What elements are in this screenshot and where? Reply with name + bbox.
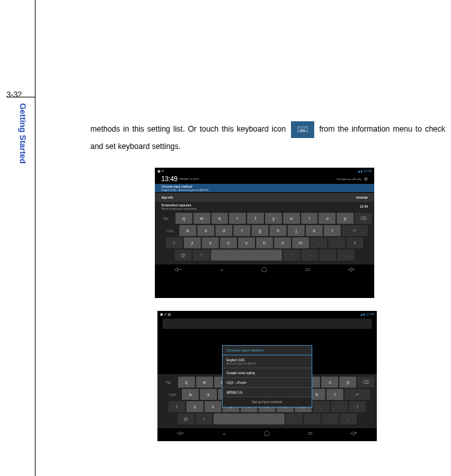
section-title: Getting Started [18, 103, 28, 164]
option-english[interactable]: English (US) Android keyboard (AOSP) [223, 355, 312, 368]
key-o[interactable]: o [319, 213, 336, 224]
status-bar-1: ▣ ↗ ◢ ▮ 13:49 [155, 168, 374, 174]
shift-key-r[interactable]: ⇧ [346, 237, 363, 248]
nav-bar-1: ◁─ ⌄ ◯ ▭ ◁+ [155, 264, 374, 273]
key-colon[interactable]: : [319, 250, 336, 261]
key-g[interactable]: g [252, 225, 268, 236]
key-j[interactable]: j [288, 225, 305, 236]
svg-point-5 [306, 127, 306, 128]
shift-key-l[interactable]: ⇧ [166, 237, 183, 248]
key-c[interactable]: c [220, 237, 237, 248]
notification-panel-1: 13:49 FRIDAY 11.2013 Emergency calls onl… [155, 174, 374, 210]
screenshot-1: ▣ ↗ ◢ ▮ 13:49 13:49 FRIDAY 11.2013 Emerg… [155, 168, 374, 298]
svg-point-8 [303, 128, 303, 129]
svg-rect-10 [300, 130, 305, 130]
dialog-title: Choose input method [223, 346, 312, 355]
settings-icon: ⚙ [364, 177, 368, 182]
key-b[interactable]: b [256, 237, 273, 248]
key-w[interactable]: w [194, 213, 210, 224]
keyboard-1[interactable]: Tab q w e r t y u i o p ⌫ ?123 a s d f g… [155, 210, 374, 264]
option-sogou[interactable]: 搜狗输入法 [223, 388, 312, 397]
notif-date: FRIDAY 11.2013 [179, 177, 199, 181]
at-key[interactable]: @ [175, 250, 192, 261]
svg-point-7 [301, 128, 301, 129]
key-m[interactable]: m [292, 237, 309, 248]
key-t[interactable]: t [247, 213, 264, 224]
dialog-overlay: Choose input method English (US) Android… [157, 311, 377, 441]
screenshot-2: ▣ ↗ ▤ ◢ ▮ 13:49 Tab q w e r t y u i o p … [157, 311, 377, 441]
key-h[interactable]: h [270, 225, 286, 236]
key-apos[interactable]: ' [283, 250, 300, 261]
page-number: 3-32 [6, 90, 22, 99]
enter-key[interactable]: ↵ [342, 225, 368, 236]
key-e[interactable]: e [212, 213, 228, 224]
content-area: methods in this setting list. Or touch t… [90, 121, 445, 449]
para-text-a: methods in this setting list. Or touch t… [90, 124, 289, 134]
key-f[interactable]: f [234, 225, 250, 236]
setup-input[interactable]: Set up input methods [223, 397, 312, 407]
key-semi[interactable]: ; [337, 250, 354, 261]
svg-point-6 [299, 128, 299, 129]
key-y[interactable]: y [265, 213, 282, 224]
key-period[interactable]: . [328, 237, 345, 248]
tab-key[interactable]: Tab [157, 213, 174, 224]
key-i[interactable]: i [301, 213, 318, 224]
key-k[interactable]: k [306, 225, 323, 236]
key-z[interactable]: z [184, 237, 201, 248]
choose-input-row[interactable]: Choose input method English (US) – Andro… [155, 184, 374, 193]
svg-point-4 [304, 127, 305, 128]
back-icon[interactable]: ◁─ [174, 266, 182, 272]
recent-icon[interactable]: ▭ [305, 266, 310, 272]
choose-sub: English (US) – Android keyboard (AOSP) [161, 188, 208, 192]
key-l[interactable]: l [324, 225, 341, 236]
status-right: ◢ ▮ 13:49 [357, 169, 372, 173]
home-icon[interactable]: ◯ [261, 266, 267, 272]
screenshot-time: 13:49 [359, 204, 368, 208]
svg-point-1 [298, 127, 299, 128]
backspace-key[interactable]: ⌫ [355, 213, 372, 224]
app-info-r: whatsite [356, 195, 368, 199]
key-n[interactable]: n [274, 237, 291, 248]
key-dash[interactable]: - [301, 250, 318, 261]
numbers-key[interactable]: ?123 [161, 225, 178, 236]
body-paragraph: methods in this setting list. Or touch t… [90, 121, 445, 155]
key-p[interactable]: p [337, 213, 354, 224]
key-s[interactable]: s [197, 225, 214, 236]
key-d[interactable]: d [215, 225, 232, 236]
status-left: ▣ ↗ [157, 169, 164, 173]
phone-label: Emergency calls only [337, 177, 361, 181]
app-info-row[interactable]: App info whatsite [155, 193, 374, 202]
key-slash[interactable]: / [193, 250, 210, 261]
opt1-sub: Android keyboard (AOSP) [226, 362, 308, 365]
key-x[interactable]: x [202, 237, 219, 248]
notif-time: 13:49 [161, 175, 177, 183]
option-voice[interactable]: Google voice typing [223, 368, 312, 378]
screenshot-sub: Touch to view your screenshot. [161, 207, 197, 210]
svg-point-9 [305, 128, 305, 129]
key-v[interactable]: v [238, 237, 255, 248]
notif-time-row: 13:49 FRIDAY 11.2013 Emergency calls onl… [155, 174, 374, 184]
screenshot-captured-row[interactable]: Screenshot captured. Touch to view your … [155, 202, 374, 211]
keyboard-icon [291, 121, 314, 138]
key-comma[interactable]: , [310, 237, 327, 248]
space-key[interactable] [211, 250, 282, 261]
svg-point-2 [300, 127, 301, 128]
key-u[interactable]: u [283, 213, 300, 224]
svg-rect-0 [297, 126, 308, 132]
input-method-dialog: Choose input method English (US) Android… [222, 345, 312, 408]
vol-icon[interactable]: ◁+ [348, 266, 355, 272]
down-icon[interactable]: ⌄ [219, 266, 224, 272]
vertical-divider [35, 0, 35, 476]
key-r[interactable]: r [229, 213, 246, 224]
key-q[interactable]: q [175, 213, 192, 224]
option-iqqi[interactable]: IQQI – Zhuyin [223, 378, 312, 388]
key-a[interactable]: a [179, 225, 196, 236]
app-info-label: App info [161, 195, 173, 199]
svg-point-3 [302, 127, 303, 128]
